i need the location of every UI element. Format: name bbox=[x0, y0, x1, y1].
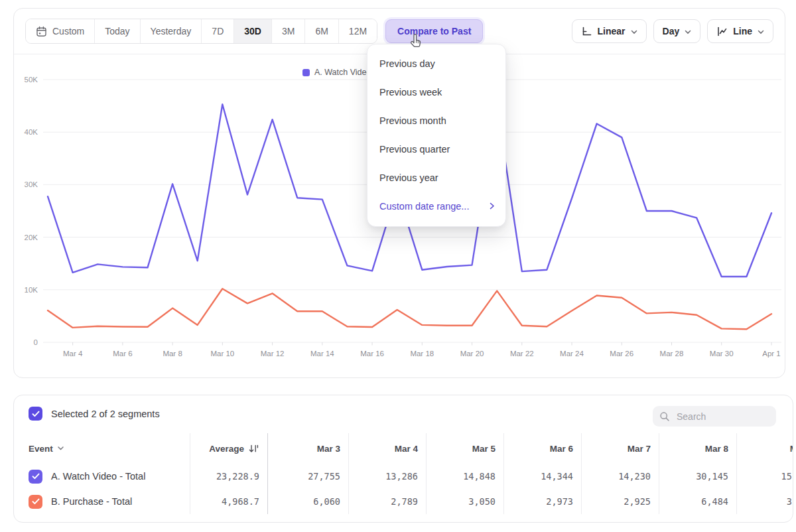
preset-3m[interactable]: 3M bbox=[272, 19, 305, 43]
value-cell: 6,484 bbox=[659, 489, 736, 514]
preset-today[interactable]: Today bbox=[95, 19, 140, 43]
sort-descending-icon[interactable] bbox=[249, 444, 259, 453]
svg-text:Mar 18: Mar 18 bbox=[410, 350, 434, 358]
preset-custom[interactable]: Custom bbox=[26, 19, 95, 43]
search-icon bbox=[659, 411, 670, 422]
value-cell: 14,848 bbox=[426, 464, 503, 489]
compare-to-past-button[interactable]: Compare to Past bbox=[385, 19, 483, 43]
value-cell: 27,755 bbox=[267, 464, 348, 489]
row-checkbox[interactable] bbox=[29, 495, 42, 509]
interval-select-label: Day bbox=[663, 26, 680, 36]
column-header-mar-5[interactable]: Mar 5 bbox=[426, 433, 503, 464]
svg-text:Mar 22: Mar 22 bbox=[510, 350, 534, 358]
preset-6m[interactable]: 6M bbox=[305, 19, 338, 43]
svg-text:40K: 40K bbox=[25, 128, 38, 136]
average-cell: 23,228.9 bbox=[190, 464, 267, 489]
value-cell: 2,789 bbox=[348, 489, 426, 514]
value-cell: 15, bbox=[736, 464, 793, 489]
svg-text:Mar 6: Mar 6 bbox=[113, 350, 132, 358]
svg-text:Mar 16: Mar 16 bbox=[360, 350, 384, 358]
chevron-down-icon bbox=[758, 30, 764, 34]
compare-menu-item-previous-quarter[interactable]: Previous quarter bbox=[367, 135, 505, 163]
svg-text:Mar 28: Mar 28 bbox=[660, 350, 684, 358]
column-header-mar-7[interactable]: Mar 7 bbox=[581, 433, 659, 464]
segments-summary-text: Selected 2 of 2 segments bbox=[51, 409, 160, 419]
event-cell-a-watch-video-total: A. Watch Video - Total bbox=[29, 464, 190, 489]
preset-30d[interactable]: 30D bbox=[234, 19, 272, 43]
interval-select[interactable]: Day bbox=[653, 19, 701, 43]
svg-text:Mar 26: Mar 26 bbox=[610, 350, 633, 358]
svg-text:0: 0 bbox=[34, 338, 38, 346]
svg-text:Mar 20: Mar 20 bbox=[460, 350, 484, 358]
search-input[interactable] bbox=[675, 411, 764, 423]
line-chart-icon bbox=[716, 26, 728, 37]
svg-text:Mar 30: Mar 30 bbox=[710, 350, 734, 358]
svg-text:20K: 20K bbox=[25, 233, 38, 241]
value-cell: 3, bbox=[736, 489, 793, 514]
series-line-b-purchase-total bbox=[48, 289, 771, 329]
compare-menu: Previous dayPrevious weekPrevious monthP… bbox=[367, 44, 506, 227]
preset-yesterday[interactable]: Yesterday bbox=[141, 19, 202, 43]
svg-text:Mar 8: Mar 8 bbox=[163, 350, 182, 358]
compare-menu-item-custom-date-range[interactable]: Custom date range... bbox=[367, 192, 505, 220]
chevron-right-icon bbox=[490, 202, 495, 210]
chevron-down-icon bbox=[631, 30, 637, 34]
linear-axis-icon bbox=[581, 26, 592, 37]
svg-text:Mar 24: Mar 24 bbox=[560, 350, 584, 358]
calendar-icon bbox=[36, 26, 47, 37]
preset-7d[interactable]: 7D bbox=[202, 19, 234, 43]
svg-text:30K: 30K bbox=[25, 180, 38, 188]
search-box bbox=[653, 406, 776, 427]
chart-type-select-label: Line bbox=[733, 26, 752, 36]
segments-card: Selected 2 of 2 segments EventAverageMar… bbox=[13, 395, 793, 523]
value-cell: 2,925 bbox=[581, 489, 659, 514]
compare-menu-item-previous-month[interactable]: Previous month bbox=[367, 106, 505, 135]
chevron-down-icon bbox=[58, 446, 64, 450]
value-cell: 14,230 bbox=[581, 464, 659, 489]
svg-text:50K: 50K bbox=[25, 76, 38, 84]
value-cell: 30,145 bbox=[659, 464, 736, 489]
row-checkbox[interactable] bbox=[29, 470, 42, 484]
column-header-mar-4[interactable]: Mar 4 bbox=[348, 433, 426, 464]
svg-text:Mar 4: Mar 4 bbox=[63, 350, 83, 358]
column-header-m[interactable]: M bbox=[736, 433, 793, 464]
value-cell: 13,286 bbox=[348, 464, 426, 489]
svg-text:Mar 10: Mar 10 bbox=[210, 350, 234, 358]
svg-text:Mar 14: Mar 14 bbox=[310, 350, 334, 358]
analytics-dashboard: CustomTodayYesterday7D30D3M6M12M Compare… bbox=[0, 0, 796, 532]
column-header-mar-3[interactable]: Mar 3 bbox=[267, 433, 348, 464]
compare-menu-item-previous-year[interactable]: Previous year bbox=[367, 163, 505, 192]
compare-menu-item-previous-week[interactable]: Previous week bbox=[367, 78, 505, 106]
scale-select[interactable]: Linear bbox=[572, 19, 647, 43]
chevron-down-icon bbox=[685, 30, 691, 34]
svg-text:10K: 10K bbox=[25, 286, 38, 294]
svg-text:Mar 12: Mar 12 bbox=[261, 350, 285, 358]
date-range-picker: CustomTodayYesterday7D30D3M6M12M bbox=[25, 19, 377, 44]
event-cell-b-purchase-total: B. Purchase - Total bbox=[29, 489, 190, 514]
average-cell: 4,968.7 bbox=[190, 489, 267, 514]
select-all-checkbox[interactable] bbox=[29, 407, 42, 421]
chart-type-select[interactable]: Line bbox=[707, 19, 773, 43]
value-cell: 2,973 bbox=[503, 489, 581, 514]
column-header-mar-6[interactable]: Mar 6 bbox=[503, 433, 581, 464]
segments-summary: Selected 2 of 2 segments bbox=[29, 407, 160, 421]
preset-12m[interactable]: 12M bbox=[339, 19, 377, 43]
value-cell: 3,050 bbox=[426, 489, 503, 514]
column-header-event[interactable]: Event bbox=[29, 433, 190, 464]
scale-select-label: Linear bbox=[598, 26, 626, 36]
column-header-average[interactable]: Average bbox=[190, 433, 267, 464]
segments-table: EventAverageMar 3Mar 4Mar 5Mar 6Mar 7Mar… bbox=[29, 433, 793, 514]
chart-display-controls: Linear Day Line bbox=[572, 19, 773, 43]
compare-menu-item-previous-day[interactable]: Previous day bbox=[367, 49, 505, 78]
value-cell: 6,060 bbox=[267, 489, 348, 514]
value-cell: 14,344 bbox=[503, 464, 581, 489]
svg-text:Apr 1: Apr 1 bbox=[762, 350, 781, 358]
column-header-mar-8[interactable]: Mar 8 bbox=[659, 433, 736, 464]
